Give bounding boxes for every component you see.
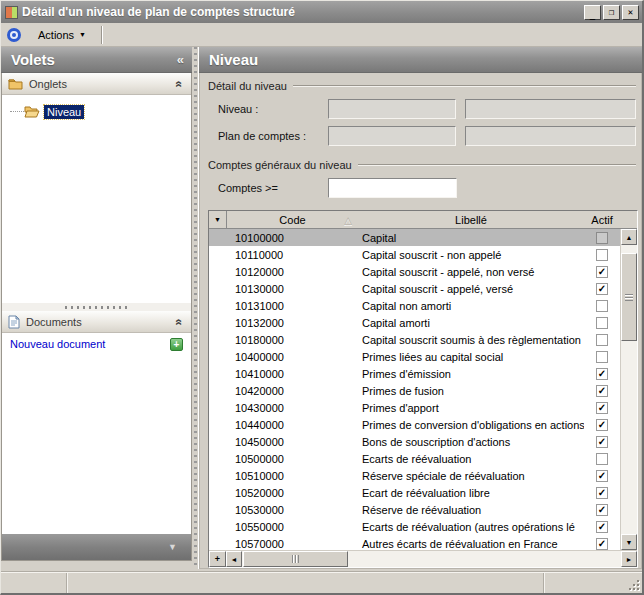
table-row[interactable]: 10420000Primes de fusion✓	[209, 382, 620, 399]
table-row[interactable]: 10180000Capital souscrit soumis à des rè…	[209, 331, 620, 348]
checkbox-unchecked[interactable]	[596, 232, 608, 244]
collapse-sidebar-icon[interactable]: «	[177, 52, 184, 67]
actions-menu-button[interactable]: Actions ▼	[31, 25, 93, 45]
vertical-scroll-track[interactable]	[621, 245, 637, 534]
code-cell: 10120000	[227, 266, 358, 278]
code-cell: 10440000	[227, 419, 358, 431]
checkbox-checked[interactable]: ✓	[596, 470, 608, 482]
checkbox-checked[interactable]: ✓	[596, 419, 608, 431]
table-row[interactable]: 10500000Ecarts de réévaluation	[209, 450, 620, 467]
plan-comptes-code-field[interactable]	[328, 126, 456, 146]
section-header-documents[interactable]: Documents «	[2, 311, 191, 333]
checkbox-checked[interactable]: ✓	[596, 402, 608, 414]
code-cell: 10400000	[227, 351, 358, 363]
scroll-right-icon[interactable]: ►	[621, 551, 637, 567]
sidebar-panel: Onglets « Niveau	[1, 73, 192, 561]
checkbox-checked[interactable]: ✓	[596, 266, 608, 278]
folder-icon	[8, 78, 23, 90]
scroll-up-icon[interactable]: ▲	[621, 229, 637, 245]
add-document-icon[interactable]: +	[170, 338, 183, 351]
table-row[interactable]: 10110000Capital souscrit - non appelé	[209, 246, 620, 263]
add-row-button[interactable]: +	[209, 551, 226, 567]
checkbox-unchecked[interactable]	[596, 351, 608, 363]
table-row[interactable]: 10430000Primes d'apport✓	[209, 399, 620, 416]
vertical-scrollbar[interactable]: ▲ ▼	[620, 229, 637, 550]
table-row[interactable]: 10131000Capital non amorti	[209, 297, 620, 314]
checkbox-unchecked[interactable]	[596, 453, 608, 465]
code-cell: 10132000	[227, 317, 358, 329]
table-row[interactable]: 10550000Ecarts de réévaluation (autres o…	[209, 518, 620, 535]
actif-cell	[584, 334, 620, 346]
title-bar[interactable]: Détail d'un niveau de plan de comptes st…	[1, 1, 642, 23]
checkbox-checked[interactable]: ✓	[596, 385, 608, 397]
group-rule	[293, 85, 636, 87]
status-bar	[1, 572, 642, 593]
checkbox-checked[interactable]: ✓	[596, 487, 608, 499]
checkbox-unchecked[interactable]	[596, 334, 608, 346]
row-indicator-cell	[209, 467, 227, 484]
checkbox-unchecked[interactable]	[596, 249, 608, 261]
libelle-cell: Ecart de réévaluation libre	[358, 487, 584, 499]
niveau-libelle-field[interactable]	[465, 99, 636, 119]
section-header-onglets[interactable]: Onglets «	[2, 73, 191, 95]
table-row[interactable]: 10570000Autres écarts de réévaluation en…	[209, 535, 620, 550]
comptes-filter-input[interactable]	[328, 178, 457, 198]
vertical-scroll-thumb[interactable]	[621, 253, 637, 341]
table-row[interactable]: 10120000Capital souscrit - appelé, non v…	[209, 263, 620, 280]
checkbox-unchecked[interactable]	[596, 300, 608, 312]
resize-grip[interactable]	[628, 579, 640, 591]
table-row[interactable]: 10510000Réserve spéciale de réévaluation…	[209, 467, 620, 484]
collapse-section-icon[interactable]: «	[174, 80, 186, 87]
column-menu-button[interactable]: ▼	[209, 211, 227, 228]
checkbox-checked[interactable]: ✓	[596, 504, 608, 516]
code-cell: 10510000	[227, 470, 358, 482]
column-header-actif[interactable]: Actif	[584, 214, 620, 226]
field-row-comptes: Comptes >=	[208, 178, 638, 198]
new-document-link[interactable]: Nouveau document	[10, 338, 170, 350]
comptes-field-label: Comptes >=	[208, 182, 328, 194]
row-indicator-cell	[209, 450, 227, 467]
actif-cell	[584, 232, 620, 244]
column-header-code[interactable]: Code △	[227, 214, 358, 226]
sidebar-footer-bar[interactable]: ▼	[2, 534, 191, 560]
sidebar-splitter[interactable]	[2, 303, 191, 311]
checkbox-checked[interactable]: ✓	[596, 521, 608, 533]
table-row[interactable]: 10100000Capital	[209, 229, 620, 246]
column-header-libelle[interactable]: Libellé	[358, 214, 584, 226]
horizontal-scroll-thumb[interactable]	[243, 551, 348, 567]
close-button[interactable]: ✕	[622, 5, 639, 20]
actif-cell: ✓	[584, 402, 620, 414]
checkbox-checked[interactable]: ✓	[596, 368, 608, 380]
plan-comptes-libelle-field[interactable]	[465, 126, 636, 146]
actif-cell	[584, 453, 620, 465]
tree-item-niveau[interactable]: Niveau	[2, 103, 191, 120]
maximize-button[interactable]: ❐	[603, 5, 620, 20]
actif-cell: ✓	[584, 538, 620, 550]
checkbox-checked[interactable]: ✓	[596, 436, 608, 448]
libelle-cell: Capital souscrit - non appelé	[358, 249, 584, 261]
row-indicator-cell	[209, 518, 227, 535]
minimize-button[interactable]: _	[584, 5, 601, 20]
table-row[interactable]: 10410000Primes d'émission✓	[209, 365, 620, 382]
checkbox-checked[interactable]: ✓	[596, 283, 608, 295]
scroll-down-icon[interactable]: ▼	[621, 534, 637, 550]
table-row[interactable]: 10440000Primes de conversion d'obligatio…	[209, 416, 620, 433]
niveau-code-field[interactable]	[328, 99, 456, 119]
checkbox-checked[interactable]: ✓	[596, 538, 608, 550]
table-row[interactable]: 10400000Primes liées au capital social	[209, 348, 620, 365]
horizontal-scroll-track[interactable]	[242, 551, 621, 567]
table-row[interactable]: 10132000Capital amorti	[209, 314, 620, 331]
table-row[interactable]: 10130000Capital souscrit - appelé, versé…	[209, 280, 620, 297]
table-row[interactable]: 10450000Bons de souscription d'actions✓	[209, 433, 620, 450]
horizontal-scrollbar[interactable]: + ◄ ►	[209, 550, 637, 567]
table-row[interactable]: 10520000Ecart de réévaluation libre✓	[209, 484, 620, 501]
collapse-section-icon[interactable]: «	[174, 318, 186, 325]
code-cell: 10430000	[227, 402, 358, 414]
libelle-cell: Primes de conversion d'obligations en ac…	[358, 419, 584, 431]
table-row[interactable]: 10530000Réserve de réévaluation✓	[209, 501, 620, 518]
libelle-cell: Capital non amorti	[358, 300, 584, 312]
sidebar-header: Volets «	[1, 47, 192, 73]
checkbox-unchecked[interactable]	[596, 317, 608, 329]
row-indicator-cell	[209, 399, 227, 416]
scroll-left-icon[interactable]: ◄	[226, 551, 242, 567]
